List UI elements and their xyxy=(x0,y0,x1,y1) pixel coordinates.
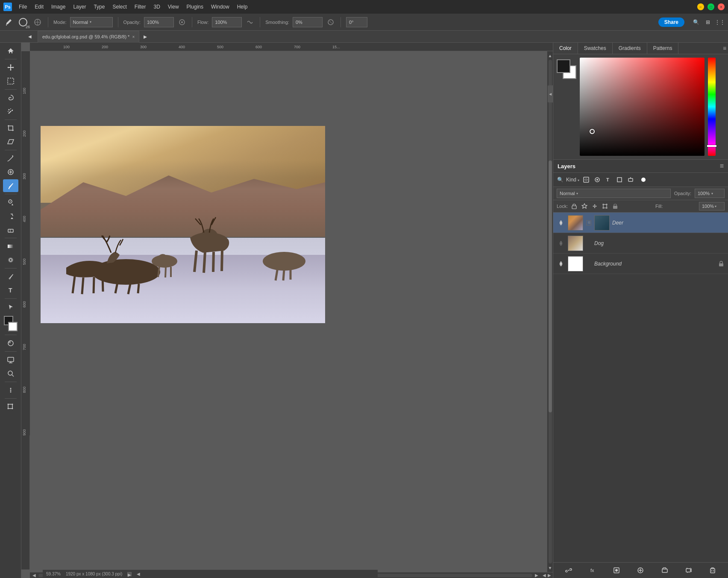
blend-mode-dropdown[interactable]: Normal ▾ xyxy=(70,17,113,27)
scroll-right-icon[interactable]: ▶ xyxy=(534,573,539,578)
move-tool[interactable] xyxy=(3,61,18,74)
color-panel-options[interactable]: ≡ xyxy=(721,43,728,54)
search-icon[interactable]: 🔍 xyxy=(691,18,701,27)
workspaces-icon[interactable]: ⊞ xyxy=(703,18,713,27)
create-layer-button[interactable] xyxy=(683,565,695,575)
lock-position-icon[interactable] xyxy=(581,202,588,210)
opacity-field[interactable]: 100% ▾ xyxy=(695,189,725,198)
color-spectrum-area[interactable] xyxy=(580,58,716,156)
lasso-tool[interactable] xyxy=(3,91,18,104)
spot-healing-tool[interactable] xyxy=(3,166,18,178)
filter-type-icon[interactable]: T xyxy=(604,175,613,184)
blend-mode-select[interactable]: Normal ▾ xyxy=(557,189,671,198)
flow-input[interactable]: 100% xyxy=(212,17,242,27)
collapse-panel-icon[interactable]: ◀ xyxy=(26,32,34,41)
tab-patterns[interactable]: Patterns xyxy=(647,43,679,54)
add-fx-button[interactable]: fx xyxy=(587,565,599,575)
history-brush-tool[interactable] xyxy=(3,210,18,222)
zoom-tool[interactable] xyxy=(3,367,18,380)
add-mask-button[interactable] xyxy=(611,565,622,575)
create-group-button[interactable] xyxy=(659,565,671,575)
angle-input[interactable]: 0° xyxy=(346,17,367,27)
blur-tool[interactable] xyxy=(3,254,18,266)
status-expand[interactable]: ◀ xyxy=(137,572,140,576)
filter-adjustment-icon[interactable] xyxy=(593,175,602,184)
maximize-button[interactable]: □ xyxy=(707,3,714,10)
crop-tool[interactable] xyxy=(3,122,18,134)
layers-options-icon[interactable]: ≡ xyxy=(720,162,724,170)
share-button[interactable]: Share xyxy=(658,18,684,27)
hue-slider[interactable] xyxy=(708,58,716,156)
opacity-input[interactable]: 100% xyxy=(144,17,174,27)
v-scroll-thumb[interactable] xyxy=(549,161,552,412)
brush-tool[interactable] xyxy=(3,179,18,192)
lock-move-icon[interactable] xyxy=(591,202,599,210)
path-selection-tool[interactable] xyxy=(3,301,18,313)
marquee-tool[interactable] xyxy=(3,75,18,88)
tab-close-icon[interactable]: × xyxy=(132,35,135,39)
eyedropper-tool[interactable] xyxy=(3,152,18,165)
airbrush-icon[interactable] xyxy=(177,18,187,27)
pen-tool[interactable] xyxy=(3,270,18,283)
quick-mask-tool[interactable] xyxy=(3,337,18,350)
flow-icon[interactable] xyxy=(245,18,255,27)
perspective-crop-tool[interactable] xyxy=(3,135,18,148)
filter-smart-icon[interactable] xyxy=(626,175,635,184)
add-adjustment-button[interactable] xyxy=(634,565,646,575)
document-tab[interactable]: edu.gcfglobal.org.psd @ 59.4% (RGB/8) * … xyxy=(38,31,139,43)
layer-visibility-toggle[interactable] xyxy=(557,260,565,268)
layer-row[interactable]: Dog xyxy=(553,233,728,254)
menu-edit[interactable]: Edit xyxy=(31,2,47,12)
more-tools[interactable] xyxy=(3,384,18,397)
menu-file[interactable]: File xyxy=(15,2,30,12)
smoothing-settings-icon[interactable] xyxy=(326,18,335,27)
menu-type[interactable]: Type xyxy=(90,2,108,12)
delete-layer-button[interactable] xyxy=(707,565,719,575)
expand-icon[interactable]: ▸ xyxy=(141,32,150,41)
canvas-viewport[interactable] xyxy=(30,51,553,569)
layer-row[interactable]: Background xyxy=(553,254,728,274)
smoothing-input[interactable]: 0% xyxy=(293,17,323,27)
panels-icon[interactable]: ⋮⋮ xyxy=(715,18,725,27)
status-arrow[interactable]: ▶ xyxy=(127,572,132,576)
home-tool[interactable] xyxy=(3,44,18,57)
eraser-tool[interactable] xyxy=(3,223,18,236)
clone-stamp-tool[interactable] xyxy=(3,196,18,209)
search-layer-icon[interactable]: 🔍 xyxy=(557,176,564,183)
menu-plugins[interactable]: Plugins xyxy=(183,2,207,12)
scroll-left-icon[interactable]: ◀ xyxy=(32,573,37,578)
layer-row[interactable]: ⛓ Deer xyxy=(553,213,728,233)
layer-visibility-toggle[interactable] xyxy=(557,239,565,248)
menu-window[interactable]: Window xyxy=(208,2,233,12)
vertical-scrollbar[interactable]: ▲ ▼ xyxy=(547,51,553,572)
brush-preview[interactable]: 26 xyxy=(17,16,29,28)
layer-visibility-toggle[interactable] xyxy=(557,219,565,227)
collapse-handle[interactable]: ◀ xyxy=(548,85,553,102)
fg-color-swatch[interactable] xyxy=(557,59,570,73)
menu-view[interactable]: View xyxy=(164,2,182,12)
scroll-down-icon[interactable]: ▼ xyxy=(548,565,553,570)
lock-pixels-icon[interactable] xyxy=(570,202,578,210)
transform-tool[interactable] xyxy=(3,400,18,413)
layer-kind-dropdown[interactable]: Kind ▾ xyxy=(566,177,579,183)
gradient-tool[interactable] xyxy=(3,240,18,253)
tab-color[interactable]: Color xyxy=(553,43,578,54)
background-color[interactable] xyxy=(8,322,18,331)
filter-toggle-icon[interactable] xyxy=(639,175,648,184)
filter-pixel-icon[interactable] xyxy=(582,175,590,184)
close-button[interactable]: × xyxy=(718,3,725,10)
scroll-up-icon[interactable]: ▲ xyxy=(548,53,553,58)
color-spectrum[interactable] xyxy=(580,58,705,156)
tab-swatches[interactable]: Swatches xyxy=(578,43,613,54)
menu-image[interactable]: Image xyxy=(48,2,69,12)
lock-all-icon[interactable] xyxy=(611,202,619,210)
type-tool[interactable]: T xyxy=(3,284,18,297)
filter-shape-icon[interactable] xyxy=(615,175,624,184)
menu-help[interactable]: Help xyxy=(234,2,251,12)
screen-mode-tool[interactable] xyxy=(3,353,18,366)
scroll-nav-left[interactable]: ◀ xyxy=(543,573,546,578)
canvas-image[interactable] xyxy=(41,126,325,323)
magic-wand-tool[interactable] xyxy=(3,105,18,118)
lock-artboard-icon[interactable] xyxy=(601,202,609,210)
menu-layer[interactable]: Layer xyxy=(70,2,89,12)
